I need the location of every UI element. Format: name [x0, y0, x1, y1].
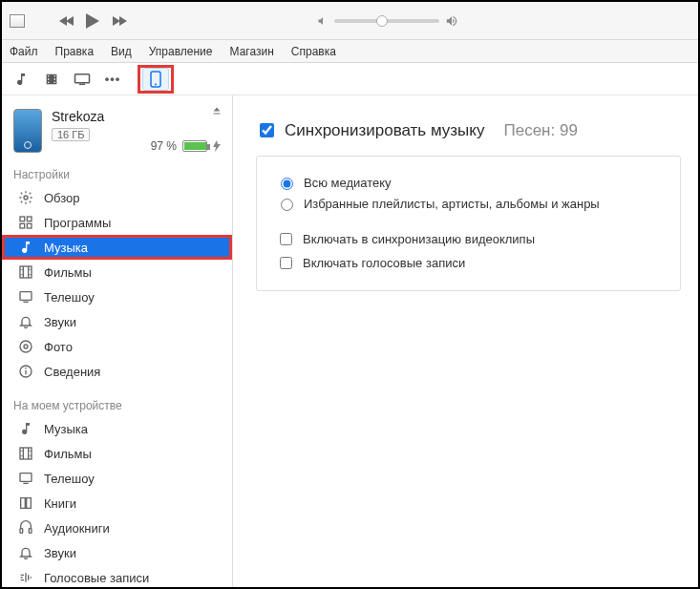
- svg-rect-0: [75, 74, 90, 82]
- apps-icon: [17, 215, 34, 230]
- audiobook-icon: [17, 520, 34, 536]
- svg-point-4: [24, 196, 28, 200]
- sidebar-item-book[interactable]: Книги: [2, 491, 232, 515]
- bell-icon: [17, 314, 34, 329]
- volume-high-icon: [445, 14, 458, 28]
- menu-controls[interactable]: Управление: [149, 45, 213, 58]
- voice-icon: [17, 570, 34, 585]
- svg-rect-8: [27, 223, 32, 228]
- radio-selected-items[interactable]: Избранные плейлисты, артисты, альбомы и …: [276, 193, 661, 214]
- sidebar-item-label: Книги: [44, 496, 76, 511]
- svg-rect-5: [20, 217, 25, 221]
- sync-options-panel: Всю медиатеку Избранные плейлисты, артис…: [256, 156, 681, 291]
- mini-player-button[interactable]: [10, 14, 25, 28]
- sync-music-label: Синхронизировать музыку: [285, 121, 484, 140]
- menu-help[interactable]: Справка: [291, 45, 336, 58]
- sidebar-item-music[interactable]: Музыка: [2, 235, 232, 260]
- sidebar-item-label: Фильмы: [44, 265, 92, 280]
- photo-icon: [17, 339, 34, 354]
- volume-low-icon: [317, 15, 329, 27]
- menu-edit[interactable]: Правка: [55, 45, 95, 58]
- sidebar-item-label: Сведения: [44, 365, 100, 379]
- sidebar-item-label: Звуки: [44, 546, 76, 560]
- volume-slider[interactable]: [317, 14, 458, 28]
- menu-bar: Файл Правка Вид Управление Магазин Справ…: [2, 40, 698, 63]
- battery-icon: [182, 140, 207, 152]
- battery-percent: 97 %: [151, 139, 177, 153]
- menu-store[interactable]: Магазин: [230, 45, 274, 58]
- charging-icon: [213, 140, 221, 152]
- sidebar-item-photo[interactable]: Фото: [2, 334, 232, 359]
- sidebar-item-label: Фото: [44, 340, 73, 354]
- tv-icon: [74, 73, 91, 86]
- songs-count: Песен: 99: [503, 121, 577, 140]
- svg-rect-33: [29, 529, 32, 534]
- menu-file[interactable]: Файл: [10, 45, 38, 58]
- svg-point-3: [155, 83, 157, 85]
- sidebar: Strekoza 16 ГБ 97 % Настройки ОбзорПрогр…: [2, 95, 233, 587]
- music-icon: [17, 240, 34, 255]
- movies-view-button[interactable]: [38, 68, 65, 91]
- sidebar-item-settings[interactable]: Обзор: [2, 185, 232, 210]
- svg-rect-7: [20, 223, 25, 228]
- film-icon: [44, 72, 59, 87]
- sidebar-item-label: Звуки: [44, 315, 76, 329]
- music-icon: [17, 421, 34, 436]
- device-button-highlight: [138, 65, 174, 94]
- sidebar-item-audiobook[interactable]: Аудиокниги: [2, 515, 232, 540]
- device-name: Strekoza: [52, 109, 104, 124]
- sidebar-item-bell[interactable]: Звуки: [2, 309, 232, 334]
- sidebar-item-label: Музыка: [44, 241, 88, 255]
- play-button[interactable]: [82, 11, 103, 32]
- phone-icon: [150, 71, 161, 88]
- svg-rect-6: [27, 217, 32, 221]
- sidebar-item-music[interactable]: Музыка: [2, 416, 232, 441]
- sidebar-item-film[interactable]: Фильмы: [2, 441, 232, 466]
- settings-icon: [17, 190, 34, 205]
- sidebar-section-ondevice: На моем устройстве: [2, 393, 232, 416]
- player-bar: [2, 2, 698, 40]
- sidebar-item-apps[interactable]: Программы: [2, 210, 232, 235]
- info-icon: [17, 364, 34, 379]
- sidebar-item-voice[interactable]: Голосовые записи: [2, 565, 232, 587]
- sidebar-item-label: Голосовые записи: [44, 571, 149, 585]
- main-pane: Синхронизировать музыку Песен: 99 Всю ме…: [233, 95, 698, 587]
- more-views-button[interactable]: •••: [99, 68, 126, 91]
- svg-point-18: [20, 341, 32, 352]
- sidebar-item-label: Телешоу: [44, 290, 95, 305]
- svg-rect-9: [20, 266, 32, 278]
- svg-point-22: [25, 368, 27, 369]
- film-icon: [17, 446, 34, 461]
- device-header: Strekoza 16 ГБ 97 %: [2, 95, 232, 162]
- sidebar-item-film[interactable]: Фильмы: [2, 260, 232, 284]
- menu-view[interactable]: Вид: [111, 45, 132, 58]
- checkbox-include-voice[interactable]: Включать голосовые записи: [276, 251, 661, 275]
- film-icon: [17, 264, 34, 280]
- music-view-button[interactable]: [8, 68, 34, 91]
- tv-icon: [17, 289, 34, 305]
- music-note-icon: [13, 72, 29, 87]
- eject-button[interactable]: [211, 105, 223, 116]
- bell-icon: [17, 545, 34, 560]
- sidebar-item-tv[interactable]: Телешоу: [2, 466, 232, 491]
- tv-view-button[interactable]: [69, 68, 95, 91]
- book-icon: [17, 495, 34, 511]
- svg-rect-32: [20, 529, 23, 534]
- view-bar: •••: [2, 63, 698, 95]
- sync-music-checkbox[interactable]: [260, 123, 274, 137]
- checkbox-include-videos[interactable]: Включать в синхронизацию видеоклипы: [276, 227, 661, 251]
- sidebar-item-label: Аудиокниги: [44, 521, 110, 536]
- sidebar-item-label: Телешоу: [44, 472, 95, 486]
- sidebar-item-tv[interactable]: Телешоу: [2, 284, 232, 309]
- device-button[interactable]: [142, 68, 169, 91]
- svg-rect-16: [20, 292, 32, 301]
- previous-button[interactable]: [55, 11, 76, 32]
- next-button[interactable]: [109, 11, 130, 32]
- sidebar-item-label: Фильмы: [44, 447, 92, 461]
- sidebar-item-info[interactable]: Сведения: [2, 359, 232, 384]
- sidebar-item-label: Обзор: [44, 191, 80, 205]
- sidebar-item-bell[interactable]: Звуки: [2, 540, 232, 565]
- radio-entire-library[interactable]: Всю медиатеку: [276, 172, 661, 193]
- device-capacity: 16 ГБ: [52, 128, 90, 141]
- device-thumbnail: [13, 109, 42, 153]
